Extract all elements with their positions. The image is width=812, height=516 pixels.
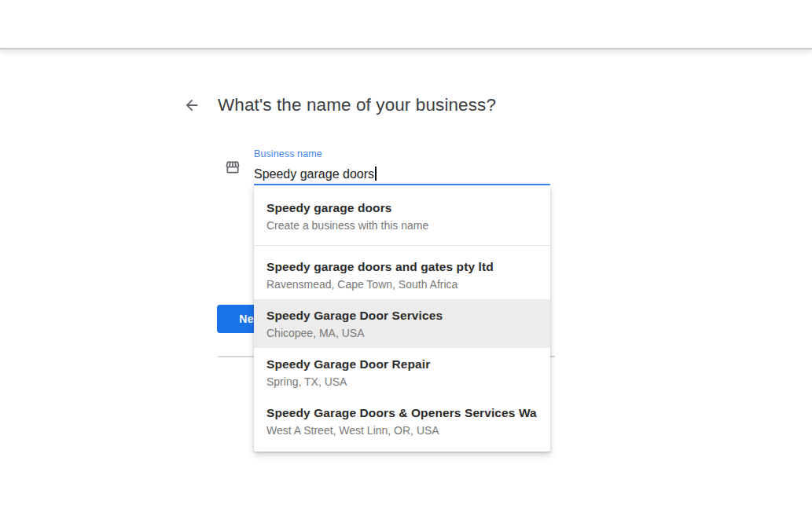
- back-button[interactable]: [182, 95, 202, 115]
- menu-divider: [254, 245, 550, 246]
- suggestion-item[interactable]: Speedy garage doors and gates pty ltd Ra…: [254, 251, 550, 299]
- text-caret: [375, 167, 377, 181]
- suggestion-item[interactable]: Speedy Garage Doors & Openers Services W…: [254, 397, 550, 445]
- app-header: [0, 0, 812, 49]
- page: What's the name of your business? Busine…: [0, 0, 812, 516]
- suggestion-subtitle: Create a business with this name: [266, 218, 538, 233]
- arrow-left-icon: [183, 97, 200, 114]
- suggestion-title: Speedy Garage Door Repair: [266, 356, 538, 372]
- business-name-value: Speedy garage doors: [254, 167, 374, 181]
- suggestion-item-highlighted[interactable]: Speedy Garage Door Services Chicopee, MA…: [254, 299, 550, 348]
- page-title: What's the name of your business?: [218, 95, 496, 115]
- suggestion-title: Speedy garage doors: [266, 199, 538, 216]
- storefront-icon: [225, 159, 241, 175]
- suggestion-subtitle: Spring, TX, USA: [266, 375, 538, 390]
- business-name-label: Business name: [254, 148, 322, 159]
- suggestion-item-create[interactable]: Speedy garage doors Create a business wi…: [254, 192, 550, 240]
- suggestion-title: Speedy Garage Door Services: [266, 307, 538, 324]
- suggestion-subtitle: Ravensmead, Cape Town, South Africa: [266, 277, 538, 292]
- suggestions-dropdown: Speedy garage doors Create a business wi…: [254, 185, 550, 452]
- business-name-input[interactable]: Speedy garage doors: [254, 167, 550, 184]
- suggestion-subtitle: West A Street, West Linn, OR, USA: [266, 423, 538, 438]
- suggestion-title: Speedy Garage Doors & Openers Services W…: [266, 404, 538, 421]
- suggestion-title: Speedy garage doors and gates pty ltd: [266, 258, 538, 275]
- suggestion-item[interactable]: Speedy Garage Door Repair Spring, TX, US…: [254, 348, 550, 397]
- suggestion-subtitle: Chicopee, MA, USA: [266, 326, 538, 341]
